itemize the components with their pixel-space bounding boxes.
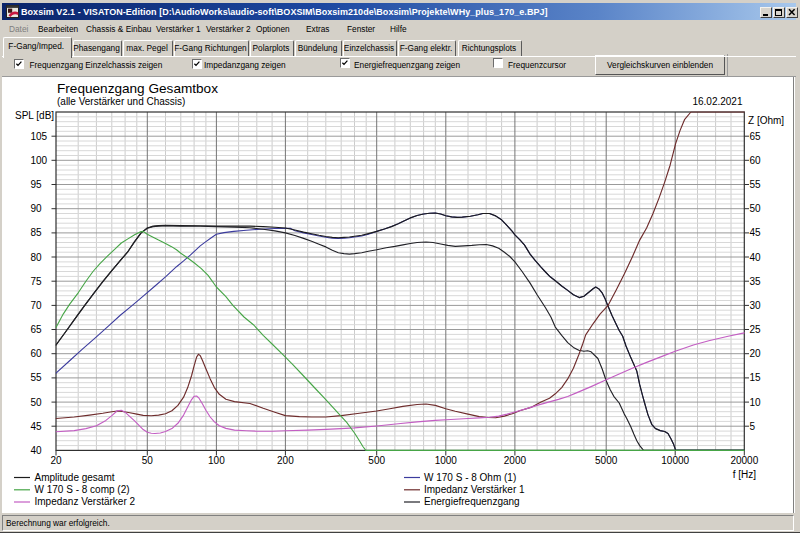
svg-text:90: 90 [31,203,43,214]
svg-text:Impedanz Verstärker 1: Impedanz Verstärker 1 [424,484,525,495]
svg-text:W 170 S - 8 comp (2): W 170 S - 8 comp (2) [35,484,130,495]
svg-text:20000: 20000 [730,455,758,466]
svg-text:Z [Ohm]: Z [Ohm] [748,115,784,126]
svg-text:5: 5 [750,421,756,432]
svg-text:Energiefrequenzgang: Energiefrequenzgang [424,496,520,507]
svg-text:100: 100 [208,455,225,466]
svg-text:65: 65 [750,131,762,142]
svg-text:200: 200 [277,455,294,466]
svg-text:95: 95 [31,179,43,190]
svg-text:1000: 1000 [435,455,458,466]
svg-text:Frequenzgang Gesamtbox: Frequenzgang Gesamtbox [57,81,218,96]
svg-text:Impedanz Verstärker 2: Impedanz Verstärker 2 [35,496,136,507]
svg-text:50: 50 [31,397,43,408]
svg-text:500: 500 [368,455,385,466]
svg-text:(alle Verstärker und Chassis): (alle Verstärker und Chassis) [57,96,185,107]
svg-text:30: 30 [750,300,762,311]
svg-text:f [Hz]: f [Hz] [733,469,757,480]
svg-text:100: 100 [31,155,48,166]
svg-text:65: 65 [31,324,43,335]
svg-text:SPL [dB]: SPL [dB] [15,110,54,121]
svg-text:45: 45 [31,421,43,432]
svg-text:20: 20 [750,348,762,359]
svg-text:60: 60 [31,348,43,359]
svg-text:55: 55 [750,179,762,190]
svg-text:2000: 2000 [504,455,527,466]
svg-text:70: 70 [31,300,43,311]
svg-text:15: 15 [750,372,762,383]
svg-text:20: 20 [50,455,62,466]
svg-text:80: 80 [31,252,43,263]
svg-text:10000: 10000 [661,455,689,466]
svg-text:16.02.2021: 16.02.2021 [692,96,742,107]
svg-text:40: 40 [31,445,43,456]
svg-text:85: 85 [31,227,43,238]
svg-text:5000: 5000 [595,455,618,466]
svg-text:10: 10 [750,397,762,408]
svg-text:W 170 S - 8 Ohm (1): W 170 S - 8 Ohm (1) [424,472,516,483]
svg-text:45: 45 [750,227,762,238]
svg-text:50: 50 [750,203,762,214]
svg-text:60: 60 [750,155,762,166]
svg-text:75: 75 [31,276,43,287]
svg-text:40: 40 [750,252,762,263]
svg-text:50: 50 [142,455,154,466]
svg-text:55: 55 [31,372,43,383]
svg-text:35: 35 [750,276,762,287]
svg-text:105: 105 [31,131,48,142]
svg-text:Amplitude gesamt: Amplitude gesamt [35,472,115,483]
svg-text:25: 25 [750,324,762,335]
